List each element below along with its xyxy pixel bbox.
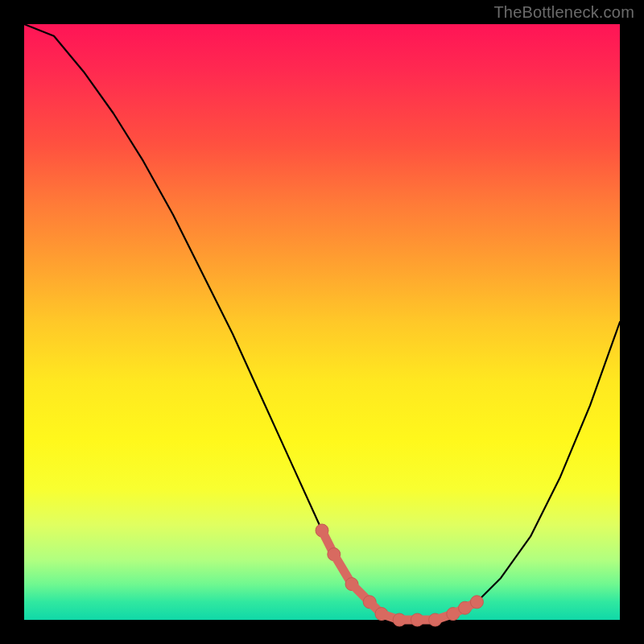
highlight-markers [316,524,483,626]
curve-svg [24,24,620,620]
chart-frame: TheBottleneck.com [0,0,644,644]
watermark-text: TheBottleneck.com [493,3,634,22]
marker-dot [470,596,483,609]
plot-area [24,24,620,620]
